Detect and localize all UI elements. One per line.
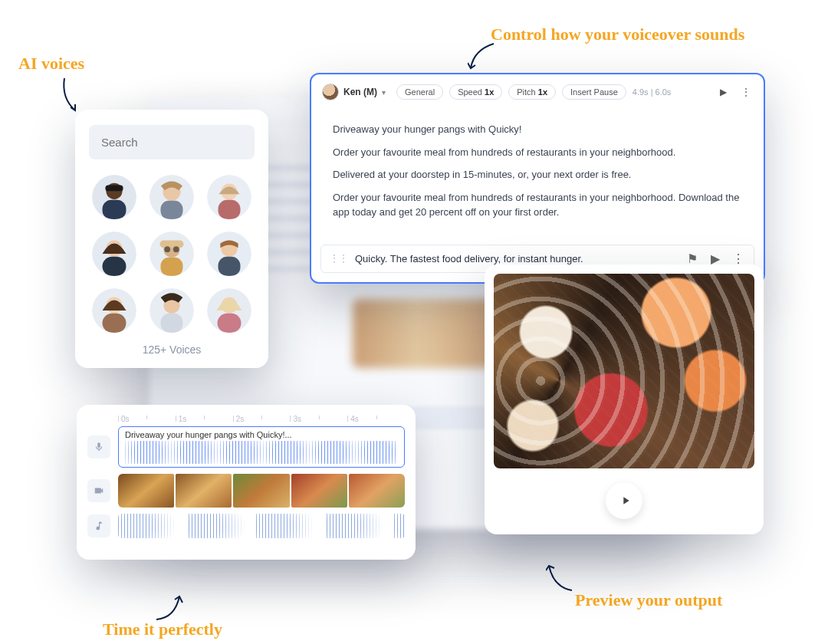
voice-avatar[interactable] (207, 175, 251, 219)
connector-arrow (153, 592, 184, 623)
script-line: Delivered at your doorstep in 15-minutes… (333, 167, 742, 182)
preview-panel (485, 264, 764, 534)
connector-arrow (468, 42, 498, 73)
music-track[interactable] (87, 514, 405, 538)
editor-toolbar: Ken (M) ▾ General Speed 1x Pitch 1x Inse… (311, 74, 764, 110)
annotation-control: Control how your voiceover sounds (491, 25, 744, 44)
voices-panel: 125+ Voices (75, 110, 268, 368)
voice-avatar[interactable] (150, 232, 194, 276)
voice-avatar[interactable] (150, 175, 194, 219)
play-icon[interactable]: ▶ (708, 251, 723, 266)
voice-avatar-mini (322, 84, 339, 100)
drag-handle-icon[interactable]: ⋮⋮ (329, 252, 347, 264)
svg-point-18 (173, 246, 179, 252)
voice-selector[interactable]: Ken (M) ▾ (320, 82, 390, 102)
time-readout: 4.9s | 6.0s (632, 87, 672, 97)
time-ruler: 0s 1s 2s 3s 4s (87, 416, 405, 420)
music-waveform (118, 514, 405, 538)
voice-avatar[interactable] (207, 288, 251, 333)
flag-icon[interactable]: ⚑ (685, 251, 700, 266)
mic-icon (87, 435, 110, 458)
current-line-text: Quicky. The fastest food delivery, for i… (355, 253, 677, 264)
voice-avatar[interactable] (92, 175, 136, 219)
audio-clip[interactable]: Driveaway your hunger pangs with Quicky!… (118, 426, 405, 468)
connector-arrow (546, 561, 577, 593)
timeline-panel: 0s 1s 2s 3s 4s Driveaway your hunger pan… (77, 405, 416, 560)
search-input[interactable] (89, 125, 255, 159)
svg-rect-21 (219, 257, 241, 276)
svg-rect-24 (102, 314, 126, 333)
waveform (125, 441, 398, 464)
video-icon (87, 479, 110, 502)
voiceover-editor: Ken (M) ▾ General Speed 1x Pitch 1x Inse… (310, 73, 765, 284)
more-icon[interactable]: ⋮ (738, 87, 754, 97)
audio-track[interactable]: Driveaway your hunger pangs with Quicky!… (87, 426, 405, 468)
svg-point-17 (164, 246, 170, 252)
voice-avatar[interactable] (207, 232, 251, 276)
speed-chip[interactable]: Speed 1x (449, 84, 502, 100)
music-icon (87, 514, 110, 537)
svg-rect-16 (160, 241, 184, 248)
insert-pause-chip[interactable]: Insert Pause (562, 84, 626, 100)
clip-label: Driveaway your hunger pangs with Quicky!… (125, 430, 398, 439)
voice-avatar[interactable] (92, 232, 136, 276)
preview-frame (494, 274, 754, 468)
voice-avatar[interactable] (92, 288, 136, 333)
style-chip[interactable]: General (396, 84, 443, 100)
voice-avatar[interactable] (150, 288, 194, 333)
connector-arrow (60, 77, 83, 115)
svg-rect-9 (219, 200, 241, 219)
svg-rect-2 (102, 200, 126, 219)
preview-play-button[interactable] (606, 482, 642, 519)
play-icon[interactable]: ▶ (715, 87, 731, 97)
annotation-voices: AI voices (18, 54, 84, 74)
script-line: Driveaway your hunger pangs with Quicky! (333, 122, 742, 137)
svg-rect-3 (105, 186, 123, 192)
voice-name-label: Ken (M) (343, 87, 377, 97)
script-body[interactable]: Driveaway your hunger pangs with Quicky!… (311, 110, 764, 238)
svg-rect-6 (160, 201, 182, 219)
svg-rect-15 (160, 258, 182, 276)
annotation-preview: Preview your output (575, 590, 722, 610)
chevron-down-icon: ▾ (382, 88, 386, 97)
pitch-chip[interactable]: Pitch 1x (508, 84, 556, 100)
svg-rect-27 (160, 314, 182, 333)
script-line: Order your favourite meal from hundreds … (333, 190, 742, 220)
video-thumbnails[interactable] (118, 474, 405, 508)
more-icon[interactable]: ⋮ (731, 251, 746, 266)
voices-count-label: 125+ Voices (89, 343, 255, 356)
script-line: Order your favourite meal from hundreds … (333, 145, 742, 160)
svg-rect-30 (218, 314, 242, 333)
svg-rect-12 (102, 257, 126, 276)
voice-avatar-grid (90, 175, 253, 333)
video-track[interactable] (87, 474, 405, 508)
